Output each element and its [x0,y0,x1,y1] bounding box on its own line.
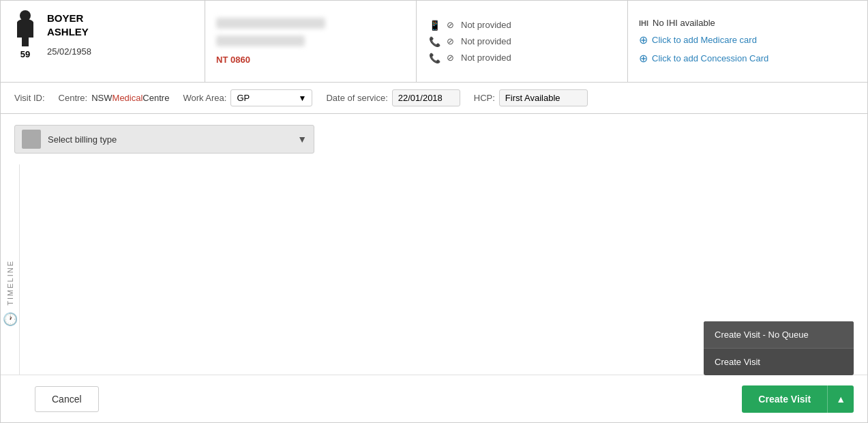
billing-type-select[interactable]: Select billing type ▼ [14,125,314,154]
patient-contacts-section: 📱 ⊘ Not provided 📞 ⊘ Not provided 📞 ⊘ No… [417,1,628,82]
visit-id-label: Visit ID: [14,93,45,103]
patient-basic-section: 59 BOYER ASHLEY 25/02/1958 [1,1,205,82]
patient-details: BOYER ASHLEY 25/02/1958 [47,9,91,57]
patient-ihi-section: IHI No IHI available ⊕ Click to add Medi… [628,1,867,82]
patient-address-section: NT 0860 [205,1,417,82]
mobile-phone-icon: 📱 [428,20,441,31]
cancel-button[interactable]: Cancel [35,386,99,412]
patient-avatar: 59 [12,9,39,59]
create-visit-group: Create Visit - No Queue Create Visit Cre… [742,385,854,413]
no-entry-icon-2: ⊘ [447,36,454,46]
contact-mobile-row: 📱 ⊘ Not provided [428,20,616,31]
centre-nsw: NSW [91,93,112,103]
work-area-chevron-icon: ▼ [299,93,307,103]
mobile-not-provided: Not provided [461,20,511,30]
patient-header: 59 BOYER ASHLEY 25/02/1958 NT 0860 📱 ⊘ N… [1,1,867,83]
centre-label: Centre: [59,93,88,103]
hcp-field: HCP: [474,89,588,106]
contact-home-row: 📞 ⊘ Not provided [428,36,616,47]
contact-emergency-row: 📞 ⊘ Not provided [428,53,616,63]
add-concession-row[interactable]: ⊕ Click to add Concession Card [639,52,856,65]
work-area-select[interactable]: GP ▼ [230,89,312,106]
ihi-status-row: IHI No IHI available [639,18,856,28]
centre-centre: Centre [143,93,169,103]
patient-last-name: ASHLEY [47,25,91,39]
create-visit-menu-item[interactable]: Create Visit [704,349,854,375]
bottom-action-bar: Cancel Create Visit - No Queue Create Vi… [1,375,867,422]
centre-medical: Medical [113,93,143,103]
timeline-label: TIMELINE [6,260,14,306]
centre-value: NSWMedicalCentre [91,93,169,103]
create-visit-dropdown-arrow-icon: ▲ [836,394,845,405]
work-area-label: Work Area: [183,93,226,103]
create-visit-dropdown-menu: Create Visit - No Queue Create Visit [704,321,854,375]
billing-select-label: Select billing type [48,134,297,145]
patient-first-name: BOYER [47,12,91,25]
emergency-phone-icon: 📞 [428,53,441,63]
create-visit-button[interactable]: Create Visit [742,385,827,413]
add-medicare-link[interactable]: Click to add Medicare card [652,35,757,45]
visit-info-row: Visit ID: Centre: NSWMedicalCentre Work … [1,83,867,114]
date-input[interactable] [392,89,460,106]
create-visit-split-dropdown-button[interactable]: ▲ [827,385,854,413]
billing-color-indicator [22,130,41,149]
hcp-input[interactable] [499,89,588,106]
visit-id-field: Visit ID: [14,93,45,103]
patient-suburb: NT 0860 [216,55,405,65]
no-entry-icon-3: ⊘ [447,53,454,63]
add-concession-icon: ⊕ [639,52,648,65]
home-not-provided: Not provided [461,36,511,46]
patient-dob: 25/02/1958 [47,46,91,57]
create-visit-no-queue-menu-item[interactable]: Create Visit - No Queue [704,321,854,349]
home-phone-icon: 📞 [428,36,441,47]
billing-dropdown-arrow-icon: ▼ [297,134,307,145]
main-content-area: TIMELINE 🕐 Cancel Create Visit - No Queu… [1,164,867,422]
emergency-not-provided: Not provided [461,53,511,63]
patient-name: BOYER ASHLEY [47,12,91,38]
ihi-label: IHI [639,19,648,27]
address-line-1 [216,18,325,29]
no-entry-icon-1: ⊘ [447,20,454,30]
add-concession-link[interactable]: Click to add Concession Card [652,53,768,63]
work-area-value: GP [237,93,250,103]
add-medicare-row[interactable]: ⊕ Click to add Medicare card [639,33,856,46]
centre-field: Centre: NSWMedicalCentre [59,93,170,103]
work-area-field: Work Area: GP ▼ [183,89,312,106]
date-of-service-field: Date of service: [326,89,460,106]
timeline-clock-icon: 🕐 [3,312,18,327]
ihi-status: No IHI available [653,18,715,28]
female-gender-icon [12,9,39,46]
main-container: 59 BOYER ASHLEY 25/02/1958 NT 0860 📱 ⊘ N… [0,0,868,423]
patient-age: 59 [20,49,30,59]
date-label: Date of service: [326,93,387,103]
hcp-label: HCP: [474,93,495,103]
billing-row: Select billing type ▼ [1,114,867,164]
address-line-2 [216,35,305,46]
add-medicare-icon: ⊕ [639,33,648,46]
